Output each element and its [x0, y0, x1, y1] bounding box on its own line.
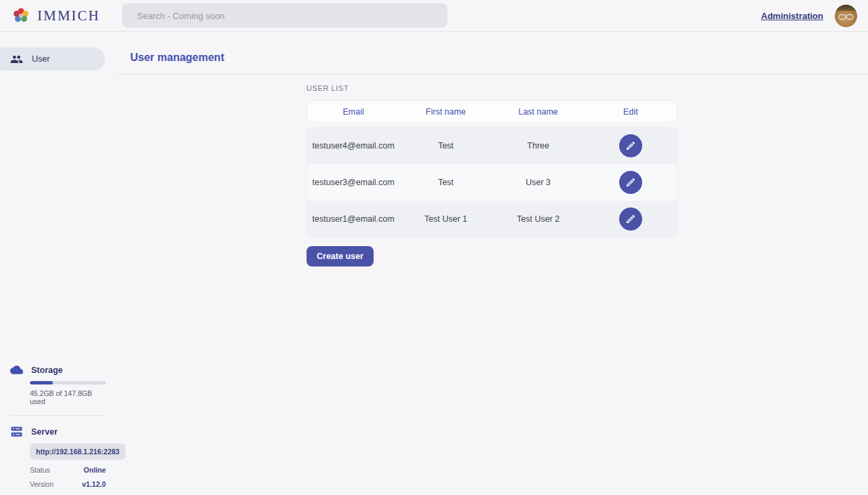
- server-status-row: Status Online: [30, 466, 106, 474]
- immich-logo-icon: [11, 5, 31, 26]
- cloud-icon: [10, 363, 23, 376]
- user-email: testuser4@email.com: [307, 141, 399, 151]
- user-table-body: testuser4@email.com Test Three testuser3…: [307, 127, 677, 238]
- create-user-button[interactable]: Create user: [307, 246, 374, 266]
- user-last-name: Three: [492, 141, 585, 151]
- table-row: testuser1@email.com Test User 1 Test Use…: [307, 201, 677, 237]
- header-first-name: First name: [399, 107, 492, 117]
- top-navbar: IMMICH Administration: [0, 0, 868, 32]
- pencil-icon: [625, 214, 636, 224]
- storage-title: Storage: [31, 365, 63, 375]
- status-label: Status: [30, 466, 50, 474]
- user-avatar[interactable]: [835, 5, 857, 27]
- edit-user-button[interactable]: [619, 171, 642, 194]
- glasses-photo-detail: [837, 13, 854, 21]
- page-title: User management: [116, 32, 868, 64]
- search-input[interactable]: [122, 3, 448, 28]
- sidebar-item-user-label: User: [32, 54, 50, 64]
- sidebar-item-user[interactable]: User: [0, 47, 105, 71]
- user-email: testuser1@email.com: [307, 214, 399, 224]
- user-table-header: Email First name Last name Edit: [307, 100, 677, 123]
- user-first-name: Test: [399, 178, 492, 187]
- server-section: Server http://192.168.1.216:2283 Status …: [10, 425, 106, 488]
- user-list-label: USER LIST: [307, 84, 677, 92]
- edit-user-button[interactable]: [619, 134, 642, 157]
- server-url-badge[interactable]: http://192.168.1.216:2283: [30, 443, 125, 460]
- pencil-icon: [625, 177, 636, 188]
- user-last-name: User 3: [492, 178, 585, 187]
- title-divider: [116, 74, 868, 75]
- user-first-name: Test User 1: [399, 214, 492, 224]
- users-icon: [10, 53, 23, 66]
- storage-usage-text: 45.2GB of 147.8GB used: [30, 389, 106, 405]
- user-first-name: Test: [399, 141, 492, 151]
- server-icon: [10, 425, 23, 438]
- table-row: testuser3@email.com Test User 3: [307, 164, 677, 201]
- edit-user-button[interactable]: [619, 207, 642, 231]
- sidebar-footer: Storage 45.2GB of 147.8GB used: [0, 363, 116, 488]
- header-edit: Edit: [585, 107, 677, 117]
- storage-section: Storage 45.2GB of 147.8GB used: [10, 363, 106, 405]
- server-title: Server: [31, 427, 58, 437]
- brand-name: IMMICH: [37, 7, 100, 24]
- version-label: Version: [30, 480, 54, 488]
- sidebar: User Storage 45.2GB of 147.8GB used: [0, 32, 116, 495]
- brand[interactable]: IMMICH: [0, 5, 122, 26]
- header-email: Email: [307, 107, 399, 117]
- navbar-right: Administration: [761, 5, 868, 27]
- user-table: Email First name Last name Edit testuser…: [307, 100, 677, 238]
- storage-progress-bar: [30, 381, 106, 384]
- pencil-icon: [625, 140, 636, 151]
- status-value: Online: [83, 466, 106, 474]
- administration-link[interactable]: Administration: [761, 11, 823, 21]
- user-last-name: Test User 2: [492, 214, 585, 224]
- version-value: v1.12.0: [82, 480, 106, 488]
- storage-progress-fill: [30, 381, 53, 384]
- sidebar-divider: [10, 415, 106, 416]
- header-last-name: Last name: [492, 107, 585, 117]
- main-content: User management USER LIST Email First na…: [116, 32, 868, 495]
- server-version-row: Version v1.12.0: [30, 480, 106, 488]
- table-row: testuser4@email.com Test Three: [307, 127, 677, 164]
- user-email: testuser3@email.com: [307, 178, 399, 187]
